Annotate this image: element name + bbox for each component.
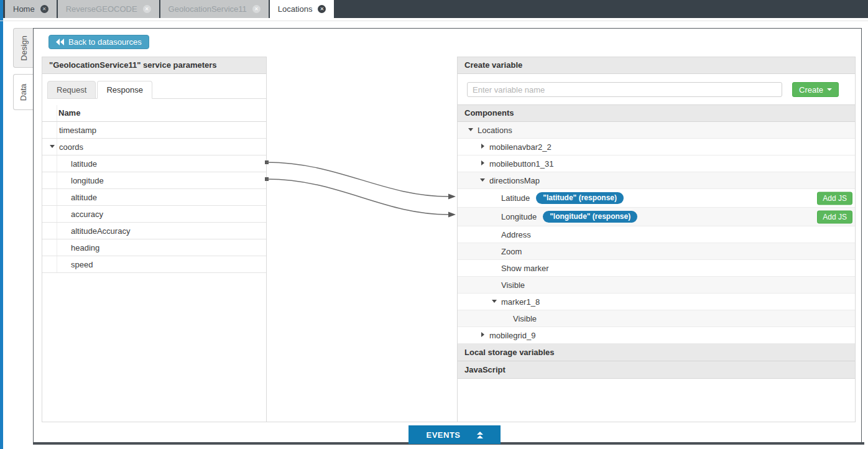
component-row-longitude[interactable]: Longitude"longitude" (response)Add JS xyxy=(458,208,855,226)
component-row-latitude[interactable]: Latitude"latitude" (response)Add JS xyxy=(458,189,855,208)
expand-down-arrow-icon[interactable] xyxy=(468,127,478,133)
component-name: Zoom xyxy=(501,247,522,256)
variable-name-input[interactable] xyxy=(467,82,782,97)
arrow-spacer xyxy=(492,214,501,220)
service-param-row-latitude[interactable]: latitude xyxy=(42,155,266,172)
component-row-mobilebutton1-31[interactable]: mobilebutton1_31 xyxy=(458,155,855,172)
tab-response[interactable]: Response xyxy=(97,81,152,99)
column-divider xyxy=(57,223,57,239)
arrow-spacer xyxy=(62,261,71,267)
param-name: timestamp xyxy=(59,126,96,135)
tab-label: Locations xyxy=(278,4,313,14)
side-tab-design[interactable]: Design xyxy=(13,28,34,68)
service-param-row-timestamp[interactable]: timestamp xyxy=(42,122,266,139)
tab-geolocationservice11[interactable]: GeolocationService11✕ xyxy=(160,0,269,18)
component-row-address[interactable]: Address xyxy=(458,226,855,243)
create-variable-button[interactable]: Create xyxy=(792,82,839,97)
arrow-spacer xyxy=(50,127,59,133)
side-tab-label: Design xyxy=(19,35,29,60)
arrow-spacer xyxy=(62,160,71,167)
column-divider xyxy=(57,239,57,256)
tab-label: GeolocationService11 xyxy=(169,4,247,14)
expand-right-arrow-icon[interactable] xyxy=(480,160,489,167)
create-variable-panel: Create variable Create Components Locati… xyxy=(458,57,856,422)
service-param-row-coords[interactable]: coords xyxy=(42,139,266,155)
expand-down-arrow-icon[interactable] xyxy=(50,144,59,150)
arrow-spacer xyxy=(62,211,71,217)
tab-label: ReverseGEOCODE xyxy=(66,4,137,14)
caret-down-icon xyxy=(827,88,832,91)
component-name: Visible xyxy=(501,280,525,290)
expand-down-arrow-icon[interactable] xyxy=(492,299,501,305)
tab-home[interactable]: Home✕ xyxy=(5,0,57,18)
expand-right-arrow-icon[interactable] xyxy=(480,332,489,338)
component-name: Address xyxy=(501,230,531,239)
close-icon[interactable]: ✕ xyxy=(252,5,261,13)
component-row-visible[interactable]: Visible xyxy=(458,310,855,327)
divider xyxy=(0,21,868,21)
service-param-row-altitude[interactable]: altitude xyxy=(42,189,266,206)
param-name: speed xyxy=(71,260,93,269)
variable-accordions: Local storage variablesJavaScript xyxy=(458,344,855,379)
param-name: altitudeAccuracy xyxy=(71,226,130,236)
expand-down-arrow-icon[interactable] xyxy=(480,177,489,183)
service-param-row-speed[interactable]: speed xyxy=(42,256,266,273)
component-name: Latitude xyxy=(501,193,530,203)
component-row-marker1-8[interactable]: marker1_8 xyxy=(458,294,855,310)
tab-reversegeocode[interactable]: ReverseGEOCODE✕ xyxy=(58,0,159,18)
component-name: mobilebutton1_31 xyxy=(489,159,553,169)
close-icon[interactable]: ✕ xyxy=(318,5,326,13)
component-row-locations[interactable]: Locations xyxy=(458,122,855,139)
rewind-icon xyxy=(56,39,64,45)
component-row-show-marker[interactable]: Show marker xyxy=(458,260,855,277)
mapping-badge[interactable]: "longitude" (response) xyxy=(543,211,637,223)
component-row-mobilegrid-9[interactable]: mobilegrid_9 xyxy=(458,327,855,344)
add-js-button[interactable]: Add JS xyxy=(817,192,852,205)
add-js-button[interactable]: Add JS xyxy=(817,210,852,223)
column-header-name: Name xyxy=(42,105,266,122)
close-icon[interactable]: ✕ xyxy=(143,5,151,13)
component-name: Locations xyxy=(478,126,512,135)
main-panel: Back to datasources "GeolocationService1… xyxy=(33,28,862,443)
param-name: heading xyxy=(71,243,99,252)
component-name: mobilenavbar2_2 xyxy=(489,142,552,152)
service-param-row-altitudeaccuracy[interactable]: altitudeAccuracy xyxy=(42,223,266,239)
mapping-panels: "GeolocationService11" service parameter… xyxy=(42,57,856,422)
service-param-row-longitude[interactable]: longitude xyxy=(42,172,266,189)
param-name: latitude xyxy=(71,159,97,169)
param-name: accuracy xyxy=(71,210,103,219)
component-name: Visible xyxy=(513,314,537,323)
response-parameter-rows: timestampcoordslatitudelongitudealtitude… xyxy=(42,122,266,273)
component-row-mobilenavbar2-2[interactable]: mobilenavbar2_2 xyxy=(458,139,855,155)
component-row-visible[interactable]: Visible xyxy=(458,277,855,294)
page: Home✕ReverseGEOCODE✕GeolocationService11… xyxy=(0,0,868,449)
events-bar[interactable]: EVENTS xyxy=(409,425,501,444)
accordion-javascript[interactable]: JavaScript xyxy=(458,361,855,379)
component-name: marker1_8 xyxy=(501,297,540,307)
tab-locations[interactable]: Locations✕ xyxy=(270,0,335,18)
component-name: mobilegrid_9 xyxy=(489,331,535,340)
accordion-local-storage-variables[interactable]: Local storage variables xyxy=(458,344,855,361)
service-param-row-heading[interactable]: heading xyxy=(42,239,266,256)
component-row-zoom[interactable]: Zoom xyxy=(458,243,855,260)
expand-right-arrow-icon[interactable] xyxy=(480,144,489,150)
mapping-badge[interactable]: "latitude" (response) xyxy=(536,192,624,204)
param-name: altitude xyxy=(71,193,97,202)
side-tab-data[interactable]: Data xyxy=(13,74,34,110)
column-divider xyxy=(57,155,57,172)
service-param-row-accuracy[interactable]: accuracy xyxy=(42,206,266,223)
arrow-spacer xyxy=(492,195,501,201)
tab-request[interactable]: Request xyxy=(47,81,96,99)
arrow-spacer xyxy=(492,231,501,238)
mapping-canvas xyxy=(267,57,458,422)
back-to-datasources-button[interactable]: Back to datasources xyxy=(48,35,149,49)
component-row-directionsmap[interactable]: directionsMap xyxy=(458,172,855,189)
close-icon[interactable]: ✕ xyxy=(40,5,48,13)
arrow-spacer xyxy=(62,228,71,234)
column-divider xyxy=(57,206,57,222)
arrow-spacer xyxy=(504,315,513,322)
response-parameters-table: Name timestampcoordslatitudelongitudealt… xyxy=(42,105,266,273)
component-name: Longitude xyxy=(501,212,537,221)
column-divider xyxy=(57,189,57,205)
component-name: Show marker xyxy=(501,264,549,273)
